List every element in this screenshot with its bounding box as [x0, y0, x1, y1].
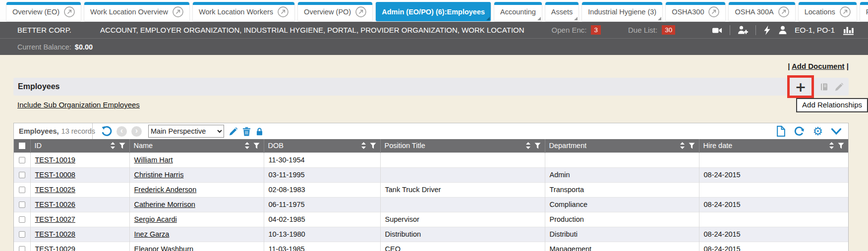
- sort-icon[interactable]: [525, 142, 531, 149]
- tab-work-location-workers[interactable]: Work Location Workers: [192, 2, 295, 22]
- row-checkbox[interactable]: [19, 216, 25, 223]
- next-page-button[interactable]: ›: [131, 126, 142, 137]
- row-checkbox[interactable]: [19, 201, 25, 208]
- open-enc-badge[interactable]: 3: [591, 25, 601, 35]
- name-link[interactable]: Christine Harris: [134, 171, 184, 179]
- id-link[interactable]: TEST-10029: [35, 245, 75, 251]
- filter-funnel-icon[interactable]: [689, 143, 695, 149]
- tab-overview-po[interactable]: Overview (PO): [297, 2, 373, 22]
- cell-position: Supervisor: [380, 212, 545, 227]
- due-list-group: Due List: 30: [628, 25, 675, 35]
- row-checkbox[interactable]: [19, 246, 25, 251]
- id-link[interactable]: TEST-10026: [35, 201, 75, 208]
- cell-hire_date: [699, 182, 848, 197]
- name-link[interactable]: Inez Garza: [134, 230, 170, 238]
- tab-work-location-overview[interactable]: Work Location Overview: [84, 2, 190, 22]
- row-checkbox[interactable]: [19, 172, 25, 178]
- sort-icon[interactable]: [361, 142, 366, 149]
- row-checkbox[interactable]: [19, 157, 25, 163]
- record-count-box: Employees, 13 records: [14, 123, 93, 139]
- cell-hire_date: [699, 152, 848, 167]
- id-link[interactable]: TEST-10008: [35, 171, 75, 179]
- employees-grid: Employees, 13 records ‹ › Main Perspecti…: [13, 123, 849, 251]
- id-link[interactable]: TEST-10019: [35, 156, 75, 164]
- name-link[interactable]: Catherine Morrison: [134, 201, 195, 208]
- delete-perspective-icon[interactable]: [242, 127, 251, 136]
- select-all-checkbox[interactable]: [19, 143, 25, 149]
- tab-label: Admin (EO/PO) (6):Employees: [382, 8, 485, 16]
- sort-icon[interactable]: [244, 142, 250, 149]
- employees-table: IDNameDOBPosition TitleDepartmentHire da…: [14, 139, 848, 251]
- quick-actions-bolt-icon[interactable]: [763, 25, 771, 35]
- lock-icon[interactable]: [255, 127, 264, 136]
- bar-chart-icon[interactable]: [842, 25, 854, 35]
- column-header-position-title: Position Title: [380, 139, 545, 152]
- open-in-new-icon[interactable]: [778, 6, 789, 17]
- id-link[interactable]: TEST-10025: [35, 186, 75, 194]
- add-relationships-button[interactable]: +: [795, 80, 807, 94]
- table-row: TEST-10019William Hart11-30-1954: [14, 152, 848, 167]
- name-link[interactable]: William Hart: [134, 156, 173, 164]
- include-suborg-link[interactable]: Include Sub Organization Employees: [17, 100, 140, 109]
- cell-name: Catherine Morrison: [129, 197, 264, 212]
- user-icon[interactable]: [778, 25, 787, 35]
- open-in-new-icon[interactable]: [278, 6, 289, 17]
- tab-osha300[interactable]: OSHA300: [665, 2, 726, 22]
- cell-select: [14, 182, 30, 197]
- perspective-select[interactable]: Main Perspective: [148, 125, 224, 138]
- open-in-new-icon[interactable]: [708, 6, 719, 17]
- add-relationships-tooltip: Add Relationships: [796, 98, 868, 112]
- grid-toolbar: Employees, 13 records ‹ › Main Perspecti…: [14, 123, 848, 139]
- refresh-icon[interactable]: [794, 126, 805, 137]
- add-document-link[interactable]: Add Document: [792, 62, 845, 70]
- balance-label: Current Balance:: [17, 43, 71, 51]
- add-person-icon[interactable]: [738, 25, 748, 35]
- sort-icon[interactable]: [680, 142, 685, 149]
- prev-page-button[interactable]: ‹: [116, 126, 127, 137]
- filter-funnel-icon[interactable]: [253, 143, 260, 149]
- cell-position: Distribution: [380, 227, 545, 242]
- tab-osha-300a[interactable]: OSHA 300A: [728, 2, 795, 22]
- name-link[interactable]: Frederick Anderson: [134, 186, 197, 194]
- tab-accounting[interactable]: Accounting: [494, 2, 542, 22]
- tab-label: Locations: [805, 8, 835, 16]
- open-in-new-icon[interactable]: [173, 6, 183, 17]
- id-link[interactable]: TEST-10028: [35, 230, 75, 238]
- cell-position: [380, 152, 545, 167]
- sort-icon[interactable]: [829, 142, 834, 149]
- catalog-icon[interactable]: [819, 82, 829, 92]
- tab-locations[interactable]: Locations: [798, 2, 857, 22]
- filter-funnel-icon[interactable]: [838, 143, 844, 149]
- cell-select: [14, 227, 30, 242]
- pipe-separator: |: [788, 62, 790, 70]
- tab-industrial-hygiene-3[interactable]: Industrial Hygiene (3): [581, 2, 663, 22]
- row-checkbox[interactable]: [19, 187, 25, 193]
- divider: [755, 25, 756, 35]
- id-link[interactable]: TEST-10027: [35, 215, 75, 223]
- cell-id: TEST-10029: [30, 242, 129, 251]
- name-link[interactable]: Eleanor Washburn: [134, 245, 194, 251]
- new-document-icon[interactable]: [776, 126, 786, 137]
- open-in-new-icon[interactable]: [840, 6, 851, 17]
- filter-funnel-icon[interactable]: [119, 143, 125, 149]
- sort-icon[interactable]: [110, 142, 116, 149]
- tab-admin-eo-po-6-employees[interactable]: Admin (EO/PO) (6):Employees: [375, 2, 491, 22]
- chevron-down-icon[interactable]: [831, 128, 842, 135]
- row-checkbox[interactable]: [19, 231, 25, 238]
- settings-gear-icon[interactable]: ⚙: [812, 126, 823, 137]
- tab-overview-eo[interactable]: Overview (EO): [6, 2, 81, 22]
- column-label: Hire date: [703, 142, 733, 150]
- filter-funnel-icon[interactable]: [534, 143, 541, 149]
- name-link[interactable]: Sergio Acardi: [134, 215, 177, 223]
- open-in-new-icon[interactable]: [64, 6, 75, 17]
- undo-icon[interactable]: [101, 126, 112, 137]
- due-list-badge[interactable]: 30: [662, 25, 675, 35]
- open-in-new-icon[interactable]: [355, 6, 366, 17]
- edit-panel-icon[interactable]: [834, 82, 844, 92]
- filter-funnel-icon[interactable]: [370, 143, 376, 149]
- video-camera-icon[interactable]: [712, 25, 722, 35]
- tab-referred-orders[interactable]: Referred Orders: [860, 2, 868, 22]
- tab-assets[interactable]: Assets: [545, 2, 579, 22]
- edit-perspective-icon[interactable]: [229, 127, 238, 136]
- include-suborg-row: Include Sub Organization Employees: [17, 100, 868, 110]
